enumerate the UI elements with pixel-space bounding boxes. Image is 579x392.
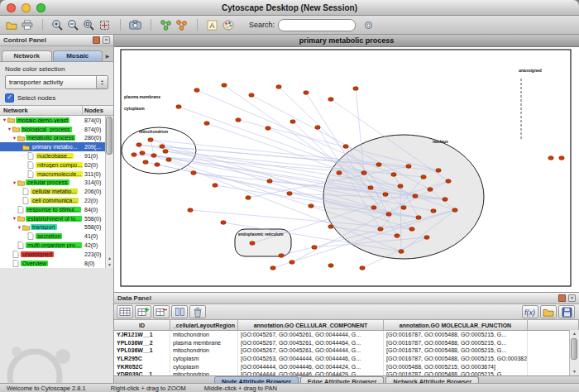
network-node[interactable] xyxy=(399,250,404,254)
table-cell[interactable]: mitochondrion xyxy=(170,347,238,355)
network-node[interactable] xyxy=(431,209,436,213)
table-row[interactable]: YPL036W__1mitochondrion[GO:0045267, GO:0… xyxy=(114,347,579,355)
expand-arrow-icon[interactable]: ▼ xyxy=(7,127,12,131)
network-node[interactable] xyxy=(371,206,376,210)
table-cell[interactable]: YPL036W__2 xyxy=(114,339,170,347)
vizmapper-icon[interactable] xyxy=(220,17,236,32)
network-node[interactable] xyxy=(287,192,292,196)
network-node[interactable] xyxy=(194,88,199,93)
table-scrollbar-thumb[interactable] xyxy=(571,338,577,360)
table-scroll-down-icon[interactable]: ▼ xyxy=(570,368,579,375)
table-cell[interactable]: plasma membrane xyxy=(170,339,238,347)
network-node[interactable] xyxy=(416,216,421,220)
network-node[interactable] xyxy=(383,193,388,197)
table-cell[interactable]: YKR052C xyxy=(114,362,170,370)
network-node[interactable] xyxy=(270,266,275,270)
network-node[interactable] xyxy=(401,206,406,210)
annotation-icon[interactable]: A xyxy=(204,17,220,32)
network-node[interactable] xyxy=(443,198,447,202)
print-icon[interactable] xyxy=(19,17,35,32)
network-node[interactable] xyxy=(213,184,218,188)
table-cell[interactable]: [GO:0045267, GO:0045261, GO:0044444, G..… xyxy=(238,347,384,355)
table-cell[interactable]: YJR121W__1 xyxy=(114,331,170,339)
network-node[interactable] xyxy=(267,179,272,184)
scroll-up-icon[interactable]: ▲ xyxy=(106,255,113,261)
network-edge[interactable] xyxy=(151,140,154,155)
float-data-panel-icon[interactable] xyxy=(558,294,566,302)
network-node[interactable] xyxy=(143,160,148,165)
table-cell[interactable]: cytoplasm xyxy=(170,355,238,363)
export-attributes-icon[interactable] xyxy=(558,305,575,318)
column-header[interactable]: _cellularLayoutRegion xyxy=(170,320,238,330)
network-node[interactable] xyxy=(140,151,145,155)
network-node[interactable] xyxy=(151,154,156,158)
scroll-down-icon[interactable]: ▼ xyxy=(106,261,113,268)
expand-arrow-icon[interactable]: ▼ xyxy=(2,117,7,122)
network-node[interactable] xyxy=(428,188,433,192)
network-node[interactable] xyxy=(413,194,418,198)
network-node[interactable] xyxy=(279,254,284,258)
network-node[interactable] xyxy=(368,186,373,190)
window-titlebar[interactable]: Cytoscape Desktop (New Session) xyxy=(0,0,579,16)
tree-item[interactable]: cellular metabo...206(0) xyxy=(0,187,113,196)
network-node[interactable] xyxy=(309,204,313,208)
network-node[interactable] xyxy=(559,156,564,160)
table-row[interactable]: YPL036W__2plasma membrane[GO:0045267, GO… xyxy=(114,339,579,347)
table-cell[interactable]: [GO:0016787, GO:0005488, GO:0005215, G..… xyxy=(384,331,528,339)
tree-item[interactable]: multi-organism pro...42(0) xyxy=(0,241,113,250)
table-cell[interactable]: mitochondrion xyxy=(170,331,238,339)
tree-scrollbar[interactable]: ▲ ▼ xyxy=(105,116,113,268)
tree-item[interactable]: primary metabo...209(... xyxy=(0,142,113,151)
network-node[interactable] xyxy=(222,84,227,88)
network-node[interactable] xyxy=(136,143,141,147)
table-cell[interactable]: mitochondrion xyxy=(170,370,238,375)
network-node[interactable] xyxy=(221,221,226,225)
network-node[interactable] xyxy=(315,126,320,130)
network-node[interactable] xyxy=(328,98,333,102)
tree-item[interactable]: ▼biological_process874(0) xyxy=(0,125,113,134)
table-cell[interactable]: [GO:0005488, GO:0005215, GO:0003674] xyxy=(384,362,528,370)
network-node[interactable] xyxy=(276,85,281,89)
tree-item[interactable]: ▼transport558(0) xyxy=(0,223,113,232)
create-network-icon[interactable] xyxy=(158,17,174,32)
zoom-out-icon[interactable] xyxy=(65,17,81,32)
formula-builder-icon[interactable]: f(x) xyxy=(522,305,538,318)
network-node[interactable] xyxy=(395,234,400,238)
select-nodes-checkbox[interactable]: ✓ xyxy=(5,93,14,103)
zoom-selected-icon[interactable] xyxy=(97,17,112,32)
network-node[interactable] xyxy=(160,145,165,149)
table-cell[interactable]: [GO:0045263, GO:0044444, GO:0044446, G..… xyxy=(238,355,384,363)
network-canvas[interactable]: plasma membranecytoplasmmitochondrionnuc… xyxy=(114,47,579,292)
tree-item[interactable]: nucleobase...91(0) xyxy=(0,151,113,160)
table-scroll-up-icon[interactable]: ▲ xyxy=(570,330,579,337)
network-node[interactable] xyxy=(446,179,451,184)
zoom-in-icon[interactable] xyxy=(50,17,65,32)
import-network-icon[interactable] xyxy=(174,17,189,32)
table-cell[interactable]: [GO:0045267, GO:0045261, GO:0044464, G..… xyxy=(238,339,384,347)
tab-mosaic[interactable]: Mosaic xyxy=(53,50,103,61)
table-cell[interactable]: [GO:0044444, GO:0044446, GO:0044424, G..… xyxy=(238,362,384,370)
zoom-window-button[interactable] xyxy=(36,3,45,12)
network-node[interactable] xyxy=(353,87,358,91)
tree-item[interactable]: secretion41(0) xyxy=(0,232,113,241)
network-node[interactable] xyxy=(452,208,457,213)
expand-arrow-icon[interactable]: ▼ xyxy=(12,136,17,141)
table-cell[interactable]: [GO:0045267, GO:0045261, GO:0044444, G..… xyxy=(238,331,384,339)
zoom-fit-icon[interactable] xyxy=(81,17,97,32)
network-node[interactable] xyxy=(386,213,391,217)
tree-item[interactable]: ▼metabolic process280(0) xyxy=(0,134,113,143)
tree-item[interactable]: ▼mosaic-demo-yeast874(0) xyxy=(0,116,113,125)
network-node[interactable] xyxy=(163,150,168,154)
network-node[interactable] xyxy=(290,261,294,265)
delete-entry-icon[interactable] xyxy=(189,305,206,318)
expand-arrow-icon[interactable]: ▼ xyxy=(12,216,17,221)
network-node[interactable] xyxy=(166,158,171,162)
delete-attribute-icon[interactable] xyxy=(153,305,170,318)
table-cell[interactable]: [GO:0016787, GO:0005488, GO:0005215, G..… xyxy=(384,339,528,347)
network-view-title[interactable]: primary metabolic process xyxy=(114,35,579,47)
table-cell[interactable]: [GO:0016787, GO:0005488, GO:0005215, G..… xyxy=(384,370,528,375)
table-cell[interactable]: [GO:0044444, GO:0044446, GO:0044429, G..… xyxy=(238,370,384,375)
table-cell[interactable]: YPL036W__1 xyxy=(114,347,170,355)
expand-arrow-icon[interactable]: ▼ xyxy=(12,180,17,185)
network-node[interactable] xyxy=(304,91,309,95)
